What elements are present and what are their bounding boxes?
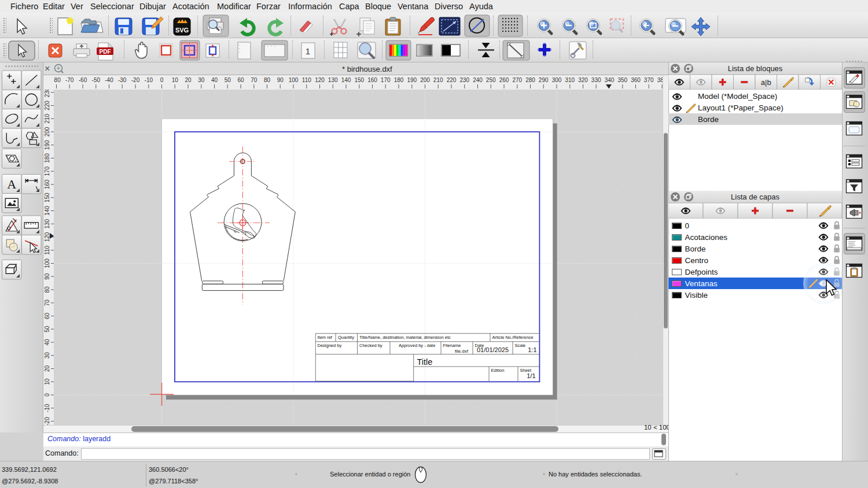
svg-text:130: 130 (328, 77, 338, 83)
svg-text:a|b: a|b (761, 78, 771, 87)
svg-text:50: 50 (225, 77, 231, 83)
svg-text:140: 140 (341, 77, 351, 83)
svg-text:Checked by: Checked by (359, 343, 382, 348)
svg-text:80: 80 (264, 77, 271, 83)
svg-text:20: 20 (185, 77, 192, 83)
svg-text:350: 350 (617, 77, 627, 83)
svg-text:130: 130 (44, 219, 50, 228)
svg-text:120: 120 (44, 232, 50, 242)
svg-text:120: 120 (315, 77, 325, 83)
svg-text:-40: -40 (105, 77, 113, 83)
svg-text:40: 40 (211, 77, 218, 83)
svg-text:260: 260 (499, 77, 509, 83)
svg-text:-60: -60 (79, 77, 87, 83)
svg-text:110: 110 (302, 77, 311, 83)
svg-text:170: 170 (44, 166, 50, 176)
svg-text:Item ref: Item ref (318, 335, 333, 340)
svg-text:30: 30 (198, 77, 205, 83)
svg-text:-30: -30 (118, 77, 127, 83)
svg-text:240: 240 (473, 77, 483, 83)
svg-text:200: 200 (420, 77, 430, 83)
svg-text:1: 1 (306, 46, 310, 56)
svg-text:190: 190 (44, 140, 50, 150)
svg-text:220: 220 (44, 101, 50, 110)
svg-text:Title: Title (417, 357, 433, 367)
svg-text:20: 20 (44, 365, 50, 372)
svg-text:100: 100 (289, 77, 299, 83)
svg-text:10: 10 (172, 77, 179, 83)
svg-text:180: 180 (394, 77, 404, 83)
svg-text:-20: -20 (131, 77, 140, 83)
svg-text:280: 280 (525, 77, 535, 83)
svg-text:70: 70 (44, 300, 50, 306)
svg-text:Title/Name, destination, mater: Title/Name, destination, material, dimen… (359, 335, 451, 340)
svg-text:210: 210 (44, 113, 50, 123)
svg-text:01/01/2025: 01/01/2025 (477, 346, 509, 353)
svg-text:-10: -10 (145, 77, 153, 83)
svg-text:90: 90 (44, 273, 50, 280)
svg-text:230: 230 (459, 77, 469, 83)
svg-text:230: 230 (44, 90, 50, 97)
svg-text:1:1: 1:1 (528, 346, 536, 353)
svg-text:Quantity: Quantity (338, 335, 354, 340)
svg-text:-70: -70 (65, 77, 74, 83)
svg-text:150: 150 (44, 193, 50, 202)
svg-text:320: 320 (578, 77, 588, 83)
svg-text:150: 150 (354, 77, 364, 83)
svg-text:340: 340 (605, 77, 615, 83)
svg-text:220: 220 (447, 77, 457, 83)
svg-text:40: 40 (44, 339, 50, 346)
svg-text:0: 0 (44, 393, 50, 397)
svg-text:100: 100 (44, 258, 50, 268)
svg-text:270: 270 (512, 77, 522, 83)
svg-text:110: 110 (44, 245, 50, 254)
svg-text:200: 200 (44, 127, 50, 136)
svg-text:70: 70 (251, 77, 258, 83)
svg-text:PDF: PDF (100, 49, 111, 55)
svg-text:50: 50 (44, 326, 50, 332)
svg-text:A: A (7, 177, 16, 191)
svg-text:370: 370 (644, 77, 654, 83)
svg-text:330: 330 (591, 77, 601, 83)
svg-text:180: 180 (44, 153, 50, 163)
svg-text:1/1: 1/1 (527, 372, 535, 379)
svg-text:Scale: Scale (515, 343, 526, 348)
svg-text:140: 140 (44, 206, 50, 216)
svg-text:Edition: Edition (491, 368, 505, 373)
svg-text:80: 80 (44, 286, 50, 293)
svg-text:290: 290 (539, 77, 549, 83)
svg-text:90: 90 (277, 77, 284, 83)
svg-text:10: 10 (44, 378, 50, 385)
svg-text:60: 60 (237, 77, 244, 83)
svg-text:160: 160 (44, 179, 50, 189)
svg-text:-10: -10 (44, 404, 50, 412)
svg-text:file.dxf: file.dxf (455, 349, 469, 354)
svg-text:310: 310 (565, 77, 575, 83)
svg-text:60: 60 (44, 313, 50, 320)
svg-text:250: 250 (486, 77, 496, 83)
svg-text:Filename: Filename (443, 343, 461, 348)
svg-text:Article No./Reference: Article No./Reference (492, 335, 534, 340)
svg-text:30: 30 (44, 352, 50, 359)
svg-text:190: 190 (407, 77, 417, 83)
svg-text:0: 0 (160, 77, 164, 83)
svg-text:-50: -50 (92, 77, 101, 83)
svg-text:210: 210 (433, 77, 443, 83)
svg-text:160: 160 (367, 77, 377, 83)
svg-text:300: 300 (552, 77, 562, 83)
svg-text:170: 170 (381, 77, 391, 83)
svg-text:-80: -80 (54, 77, 61, 83)
svg-text:360: 360 (631, 77, 641, 83)
svg-text:-20: -20 (44, 417, 50, 425)
svg-text:Approved by - date: Approved by - date (399, 343, 435, 348)
svg-text:Designed by: Designed by (318, 343, 342, 348)
